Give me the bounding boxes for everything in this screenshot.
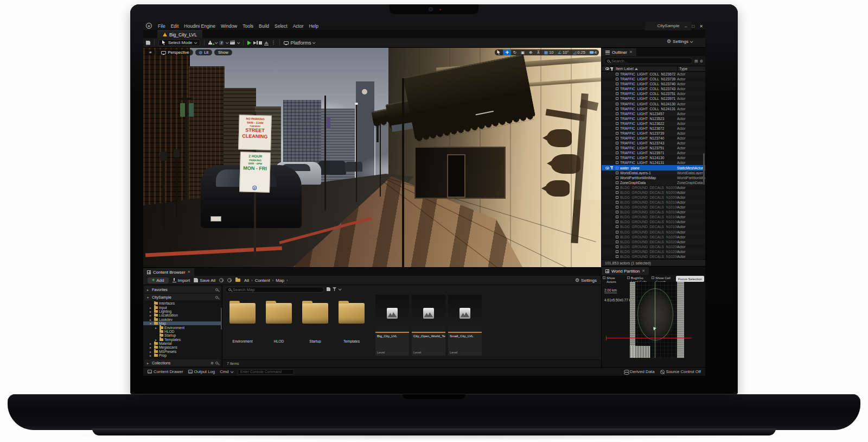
outliner-row[interactable]: TRAFFIC_LIGHT_N123523 Actor [602, 116, 705, 121]
asset-search[interactable] [225, 287, 324, 293]
skip-to-icon[interactable] [253, 41, 257, 45]
outliner-row[interactable]: BLDG_GROUND_DECALS_N100000 (Ur Actor [602, 185, 705, 190]
cinematics-icon[interactable] [230, 41, 235, 45]
menu-item[interactable]: Build [256, 22, 272, 30]
viewport-menu-button[interactable]: ≡ [145, 49, 155, 55]
expand-arrow-icon[interactable]: ▸ [150, 318, 153, 321]
pin-icon[interactable] [611, 67, 612, 71]
level-asset-tile[interactable]: Big_City_LVL Level [375, 295, 409, 356]
folder-tile[interactable]: Startup [298, 295, 332, 343]
surface-snap-toggle[interactable]: ⊼ [534, 49, 542, 55]
world-local-toggle[interactable]: ⊕ [527, 49, 534, 55]
outliner-search-input[interactable] [611, 59, 690, 64]
expand-arrow-icon[interactable]: ▸ [150, 313, 153, 317]
blueprints-icon[interactable] [219, 41, 224, 45]
outliner-row[interactable]: TRAFFIC_LIGHT_N123457 Actor [602, 111, 705, 116]
kebab-menu-icon[interactable]: ⋮ [271, 40, 276, 45]
add-actor-icon[interactable]: + [208, 41, 213, 45]
outliner-row[interactable]: TRAFFIC_LIGHT_N123740 Actor [602, 136, 705, 141]
scale-tool[interactable]: ▣ [519, 49, 527, 55]
focus-selection-button[interactable]: Focus Selection [676, 276, 704, 282]
outliner-filter-icon[interactable]: ▤ [694, 59, 698, 63]
tree-folder-row[interactable]: ▸ Environment [143, 325, 222, 329]
outliner-row[interactable]: TRAFFIC_LIGHT_COLL_N123751 Actor [602, 91, 705, 96]
outliner-row[interactable]: ZoneGraphData ZoneGraphData [602, 180, 705, 185]
outliner-scrollbar[interactable] [703, 153, 705, 185]
folder-tile[interactable]: HLOD [262, 295, 296, 343]
outliner-row[interactable]: TRAFFIC_LIGHT_N123751 Actor [602, 146, 705, 150]
outliner-row[interactable]: BLDG_GROUND_DECALS_N100001 (Ur Actor [602, 190, 705, 195]
camera-speed[interactable]: 4 [588, 49, 599, 55]
outliner-row[interactable]: TRAFFIC_LIGHT_N123739 Actor [602, 131, 705, 136]
type-column[interactable]: Type [677, 67, 705, 71]
maximize-icon[interactable]: □ [692, 24, 694, 29]
expand-arrow-icon[interactable]: ▸ [150, 310, 153, 313]
outliner-row[interactable]: TRAFFIC_LIGHT_N124131 Actor [602, 160, 705, 165]
add-button[interactable]: + Add [148, 277, 169, 283]
perspective-dropdown[interactable]: Perspective [157, 49, 193, 55]
outliner-row[interactable]: BLDG_GROUND_DECALS_N102004 (Ur Actor [602, 249, 705, 254]
outliner-row[interactable]: BLDG_GROUND_DECALS_N102003 (Ur Actor [602, 244, 705, 249]
console-input[interactable] [240, 370, 291, 374]
expand-arrow-icon[interactable]: ▸ [147, 361, 150, 365]
checkbox[interactable]: Show Actors [603, 276, 625, 283]
derived-data-button[interactable]: Derived Data [624, 369, 655, 374]
filter-icon[interactable] [333, 287, 336, 291]
save-icon[interactable] [146, 41, 150, 45]
tree-scrollbar[interactable] [221, 308, 222, 330]
expand-arrow-icon[interactable]: ▸ [150, 306, 153, 310]
folder-icon[interactable] [235, 279, 240, 282]
world-partition-tab[interactable]: World Partition ✕ [602, 267, 649, 275]
chevron-down-icon[interactable] [215, 41, 218, 44]
world-partition-minimap[interactable] [630, 282, 684, 358]
expand-arrow-icon[interactable]: ▸ [155, 326, 158, 330]
chevron-down-icon[interactable] [237, 41, 240, 44]
outliner-row[interactable]: water_plane StaticMeshActor [602, 165, 705, 170]
outliner-row[interactable]: TRAFFIC_LIGHT_COLL_N124130 Actor [602, 101, 705, 106]
expand-arrow-icon[interactable]: ▸ [150, 353, 153, 357]
select-tool[interactable] [495, 49, 503, 55]
expand-arrow-icon[interactable]: ▾ [150, 321, 153, 325]
outliner-row[interactable]: BLDG_GROUND_DECALS_N102000 (Ur Actor [602, 230, 705, 235]
menu-item[interactable]: Tools [240, 22, 256, 30]
move-tool[interactable]: ✛ [503, 49, 510, 55]
save-search-icon[interactable] [327, 287, 330, 291]
outliner-search[interactable] [604, 58, 693, 64]
outliner-row[interactable]: BLDG_GROUND_DECALS_N102001 (Ur Actor [602, 235, 705, 239]
outliner-row[interactable]: BLDG_GROUND_DECALS_N102005 (Ur Actor [602, 254, 705, 259]
outliner-row[interactable]: BLDG_GROUND_DECALS_N101000 (Ur Actor [602, 200, 705, 205]
outliner-row[interactable]: BLDG_GROUND_DECALS_N100002 (Ur Actor [602, 195, 705, 200]
expand-arrow-icon[interactable]: ▸ [150, 345, 153, 349]
outliner-row[interactable]: WorldPartitionMiniMap WorldPartitionMin [602, 175, 705, 180]
close-icon[interactable]: ✕ [629, 50, 633, 54]
collapse-arrow-icon[interactable]: ▾ [147, 295, 150, 299]
outliner-row[interactable]: WorldDataLayers-1 WorldDataLayers [602, 171, 705, 175]
expand-arrow-icon[interactable]: ▸ [150, 350, 153, 353]
search-icon[interactable] [215, 288, 218, 291]
add-collection-icon[interactable]: ⊕ [210, 361, 214, 365]
tree-folder-row[interactable]: Startup [143, 333, 222, 337]
menu-item[interactable]: Help [306, 22, 321, 30]
outliner-row[interactable]: BLDG_GROUND_DECALS_N102002 (Ur Actor [602, 239, 705, 244]
minimize-icon[interactable]: – [685, 24, 687, 29]
expand-arrow-icon[interactable]: ▸ [150, 342, 153, 345]
grid-snap-value[interactable]: 10 [549, 50, 553, 55]
lit-dropdown[interactable]: ◍ Lit [195, 49, 212, 55]
outliner-row[interactable]: TRAFFIC_LIGHT_COLL_N124131 Actor [602, 106, 705, 111]
favorites-section[interactable]: ▸ Favorites [144, 286, 221, 293]
stop-icon[interactable] [259, 41, 262, 45]
menu-item[interactable]: Select [272, 22, 290, 30]
save-all-button[interactable]: Save All [194, 278, 215, 283]
forward-icon[interactable] [227, 278, 232, 282]
chevron-down-icon[interactable] [226, 41, 229, 44]
platforms-dropdown[interactable]: Platforms [284, 40, 315, 46]
console-input-box[interactable] [238, 369, 294, 375]
outliner-row[interactable]: TRAFFIC_LIGHT_COLL_N123971 Actor [602, 96, 705, 101]
rotation-snap-value[interactable]: 10° [563, 50, 569, 55]
close-icon[interactable]: ✕ [188, 270, 191, 274]
breadcrumb-map[interactable]: Map [276, 278, 284, 283]
camera-speed-value[interactable]: 4 [595, 50, 597, 55]
search-icon[interactable] [215, 296, 218, 299]
import-button[interactable]: Import [173, 278, 190, 283]
tree-folder-row[interactable]: ▸ Prop [143, 353, 222, 357]
